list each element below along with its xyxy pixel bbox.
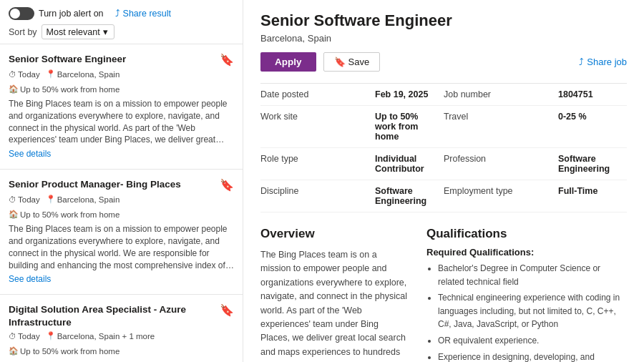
job-card-header: Senior Product Manager- Bing Places 🔖 [9, 178, 234, 192]
job-meta: ⏱ Today 📍 Barcelona, Spain 🏠 Up to 50% w… [9, 195, 234, 219]
action-row: Apply 🔖 Save ⤴ Share job [260, 52, 627, 72]
job-card-title: Digital Solution Area Specialist - Azure… [9, 303, 214, 328]
home-icon: 🏠 [9, 210, 19, 219]
date-posted-value: Feb 19, 2025 [375, 84, 444, 106]
required-qualifications-label: Required Qualifications: [426, 247, 627, 258]
location-icon: 📍 [46, 331, 56, 341]
job-card[interactable]: Senior Software Engineer 🔖 ⏱ Today 📍 Bar… [0, 44, 243, 170]
bookmark-icon[interactable]: 🔖 [220, 178, 234, 192]
toggle-container[interactable]: Turn job alert on [9, 7, 104, 20]
job-date: ⏱ Today [9, 332, 40, 341]
job-number-label: Job number [444, 84, 558, 106]
job-card[interactable]: Senior Product Manager- Bing Places 🔖 ⏱ … [0, 170, 243, 295]
qualification-item: Technical engineering experience with co… [438, 291, 627, 331]
clock-icon: ⏱ [9, 70, 16, 79]
location-icon: 📍 [46, 195, 56, 204]
share-result-button[interactable]: ⤴ Share result [115, 9, 171, 19]
job-card-header: Senior Software Engineer 🔖 [9, 53, 234, 67]
job-meta: ⏱ Today 📍 Barcelona, Spain 🏠 Up to 50% w… [9, 69, 234, 94]
bookmark-icon[interactable]: 🔖 [220, 303, 234, 317]
job-location: 📍 Barcelona, Spain + 1 more [46, 331, 155, 341]
job-work-mode: 🏠 Up to 50% work from home [9, 210, 119, 219]
job-card-title: Senior Software Engineer [9, 53, 214, 66]
job-number-value: 1804751 [558, 84, 627, 106]
role-type-value: Individual Contributor [375, 148, 444, 180]
top-controls: Turn job alert on ⤴ Share result Sort by… [0, 0, 243, 44]
share-result-label: Share result [123, 9, 171, 19]
job-card-header: Digital Solution Area Specialist - Azure… [9, 303, 234, 328]
share-icon: ⤴ [579, 57, 584, 67]
home-icon: 🏠 [9, 346, 19, 356]
content-columns: Overview The Bing Places team is on a mi… [260, 227, 627, 362]
work-site-value: Up to 50% work from home [375, 106, 444, 148]
job-location: 📍 Barcelona, Spain [46, 195, 120, 204]
details-grid: Date posted Feb 19, 2025 Job number 1804… [260, 83, 627, 212]
save-button[interactable]: 🔖 Save [323, 52, 381, 72]
sort-by-label: Sort by [9, 27, 37, 37]
job-work-mode: 🏠 Up to 50% work from home [9, 346, 119, 356]
employment-type-value: Full-Time [558, 180, 627, 212]
job-date: ⏱ Today [9, 195, 40, 204]
bookmark-icon[interactable]: 🔖 [220, 53, 234, 67]
profession-value: Software Engineering [558, 148, 627, 180]
profession-label: Profession [444, 148, 558, 180]
left-panel: Turn job alert on ⤴ Share result Sort by… [0, 0, 243, 362]
apply-button[interactable]: Apply [260, 52, 316, 72]
qualifications-section: Qualifications Required Qualifications: … [426, 227, 627, 362]
job-description: The Bing Places team is on a mission to … [9, 223, 234, 271]
job-card-title: Senior Product Manager- Bing Places [9, 178, 214, 191]
job-date: ⏱ Today [9, 70, 40, 79]
qualification-item: OR equivalent experience. [438, 334, 627, 348]
qualifications-title: Qualifications [426, 227, 627, 241]
employment-type-label: Employment type [444, 180, 558, 212]
job-detail-title: Senior Software Engineer [260, 11, 627, 30]
qualification-item: Experience in designing, developing, and… [438, 351, 627, 362]
date-posted-label: Date posted [260, 84, 375, 106]
travel-label: Travel [444, 106, 558, 148]
job-card[interactable]: Digital Solution Area Specialist - Azure… [0, 295, 243, 362]
bookmark-icon: 🔖 [334, 57, 346, 67]
chevron-down-icon: ▾ [103, 26, 108, 37]
job-description: The Bing Places team is on a mission to … [9, 98, 234, 146]
clock-icon: ⏱ [9, 195, 16, 204]
share-icon: ⤴ [115, 9, 120, 19]
travel-value: 0-25 % [558, 106, 627, 148]
job-work-mode: 🏠 Up to 50% work from home [9, 84, 119, 94]
job-meta: ⏱ Today 📍 Barcelona, Spain + 1 more 🏠 Up… [9, 331, 234, 356]
job-alert-toggle[interactable] [9, 7, 34, 20]
role-type-label: Role type [260, 148, 375, 180]
discipline-label: Discipline [260, 180, 375, 212]
overview-section: Overview The Bing Places team is on a mi… [260, 227, 409, 362]
job-location: 📍 Barcelona, Spain [46, 69, 120, 79]
qualifications-list: Bachelor's Degree in Computer Science or… [426, 262, 627, 362]
see-details-link[interactable]: See details [9, 274, 51, 284]
see-details-link[interactable]: See details [9, 149, 51, 159]
work-site-label: Work site [260, 106, 375, 148]
sort-select[interactable]: Most relevant ▾ [42, 24, 114, 39]
job-list: Senior Software Engineer 🔖 ⏱ Today 📍 Bar… [0, 44, 243, 362]
location-icon: 📍 [46, 69, 56, 79]
overview-paragraph-1: The Bing Places team is on a mission to … [260, 248, 409, 362]
qualification-item: Bachelor's Degree in Computer Science or… [438, 262, 627, 288]
job-detail-location: Barcelona, Spain [260, 33, 627, 44]
share-job-button[interactable]: ⤴ Share job [579, 57, 627, 67]
top-row: Turn job alert on ⤴ Share result [9, 7, 234, 20]
right-panel: Senior Software Engineer Barcelona, Spai… [243, 0, 644, 362]
discipline-value: Software Engineering [375, 180, 444, 212]
overview-title: Overview [260, 227, 409, 241]
clock-icon: ⏱ [9, 332, 16, 341]
toggle-label: Turn job alert on [39, 9, 104, 19]
home-icon: 🏠 [9, 84, 19, 94]
sort-row: Sort by Most relevant ▾ [9, 24, 234, 39]
sort-option: Most relevant [47, 27, 100, 37]
